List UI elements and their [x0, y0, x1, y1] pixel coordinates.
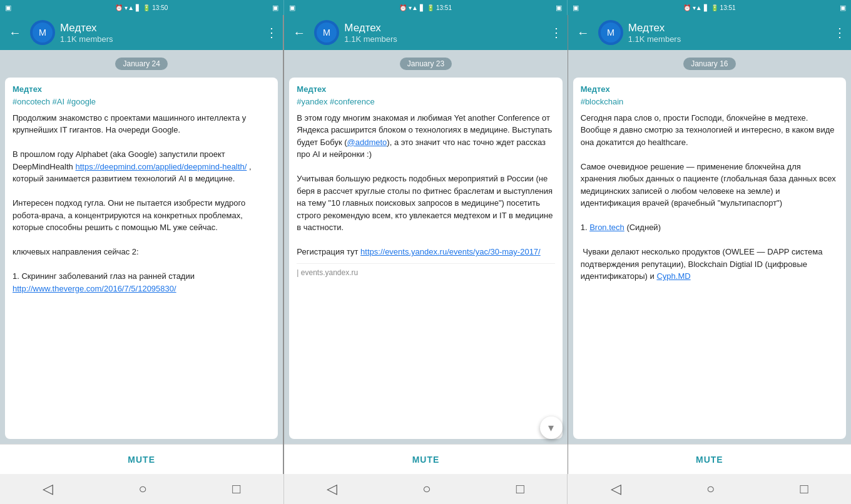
message-text-2: В этом году многим знакомая и любимая Ye… [297, 112, 554, 258]
message-card-2: Медтех #yandex #conference В этом году м… [289, 78, 562, 439]
back-button-3[interactable]: ← [573, 26, 593, 40]
chat-title-1: Медтех [60, 22, 260, 34]
app-bar-3: ← М Медтех 1.1K members ⋮ [568, 15, 851, 50]
chat-title-2: Медтех [344, 22, 544, 34]
wifi-icon-1: ▾▲ [125, 4, 134, 11]
time-2: 13:51 [436, 4, 452, 11]
app-bar-1: ← М Медтех 1.1K members ⋮ [0, 15, 283, 50]
panel-2: ← М Медтех 1.1K members ⋮ January 23 Мед… [283, 15, 568, 474]
panel-3: ← М Медтех 1.1K members ⋮ January 16 Мед… [568, 15, 851, 474]
chat-area-2: January 23 Медтех #yandex #conference В … [284, 50, 567, 444]
home-nav-icon-2[interactable]: ○ [422, 481, 431, 497]
message-link-1b[interactable]: http://www.theverge.com/2016/7/5/1209583… [13, 284, 176, 293]
mute-button-2[interactable]: MUTE [412, 455, 440, 465]
recents-nav-icon-1[interactable]: □ [232, 481, 240, 497]
recents-nav-icon-3[interactable]: □ [800, 481, 808, 497]
battery-icon-3: 🔋 [711, 4, 718, 11]
message-text-1: Продолжим знакомство с проектами машинно… [13, 112, 270, 295]
battery-icon-2: 🔋 [427, 4, 434, 11]
status-bars: ▣ ⏰ ▾▲ ▋ 🔋 13:50 ▣ ▣ ⏰ ▾▲ ▋ 🔋 13:51 ▣ ▣ … [0, 0, 851, 15]
status-icons-2: ⏰ ▾▲ ▋ 🔋 13:51 [399, 4, 452, 11]
date-badge-3: January 16 [683, 58, 735, 70]
chat-area-1: January 24 Медтех #oncotech #AI #google … [0, 50, 283, 444]
clock-icon-3: ⏰ [683, 4, 691, 11]
battery-icon-1: 🔋 [143, 4, 150, 11]
message-sender-1: Медтех [13, 84, 270, 96]
status-bar-1: ▣ ⏰ ▾▲ ▋ 🔋 13:50 ▣ [0, 0, 284, 15]
action-bar-3: MUTE [568, 444, 851, 474]
date-badge-2: January 23 [400, 58, 452, 70]
app-bar-2: ← М Медтех 1.1K members ⋮ [284, 15, 567, 50]
avatar-1: М [30, 20, 55, 45]
chat-title-3: Медтех [628, 22, 828, 34]
mute-button-3[interactable]: MUTE [696, 455, 723, 465]
back-nav-icon-2[interactable]: ◁ [327, 481, 337, 497]
avatar-2: М [314, 20, 339, 45]
message-link-1a[interactable]: https://deepmind.com/applied/deepmind-he… [75, 162, 247, 171]
brontech-link[interactable]: Bron.tech [589, 223, 624, 232]
chat-area-3: January 16 Медтех #blockchain Сегодня па… [568, 50, 851, 444]
message-link-2a[interactable]: https://events.yandex.ru/events/yac/30-m… [360, 247, 541, 256]
panel-1: ← М Медтех 1.1K members ⋮ January 24 Мед… [0, 15, 283, 474]
status-bar-2-left: ▣ [289, 4, 295, 12]
svg-text:М: М [607, 28, 614, 38]
app-bar-info-1: Медтех 1.1K members [60, 22, 260, 44]
status-bar-2-right: ▣ [556, 4, 562, 12]
nav-bar-2: ◁ ○ □ [284, 474, 568, 504]
status-bar-3-left: ▣ [573, 4, 579, 12]
mute-button-1[interactable]: MUTE [128, 455, 155, 465]
chat-subtitle-2: 1.1K members [344, 34, 544, 44]
back-button-1[interactable]: ← [5, 26, 25, 40]
link-preview-2: | events.yandex.ru [297, 263, 554, 278]
back-nav-icon-3[interactable]: ◁ [611, 481, 621, 497]
time-3: 13:51 [720, 4, 736, 11]
message-sender-3: Медтех [581, 84, 838, 96]
home-nav-icon-1[interactable]: ○ [139, 481, 147, 497]
date-badge-1: January 24 [115, 58, 167, 70]
action-bar-1: MUTE [0, 444, 283, 474]
time-1: 13:50 [152, 4, 168, 11]
wifi-icon-2: ▾▲ [409, 4, 418, 11]
avatar-3: М [598, 20, 623, 45]
nav-bars: ◁ ○ □ ◁ ○ □ ◁ ○ □ [0, 474, 851, 504]
signal-icon-1: ▋ [136, 4, 141, 11]
svg-text:М: М [39, 28, 46, 38]
panels-container: ← М Медтех 1.1K members ⋮ January 24 Мед… [0, 15, 851, 474]
link-preview-text-2: events.yandex.ru [301, 268, 358, 277]
signal-icon-3: ▋ [704, 4, 709, 11]
status-bar-3-right: ▣ [840, 4, 846, 12]
nav-bar-1: ◁ ○ □ [0, 474, 284, 504]
addmeto-link[interactable]: @addmeto [347, 138, 387, 147]
action-bar-2: MUTE [284, 444, 567, 474]
app-bar-info-2: Медтех 1.1K members [344, 22, 544, 44]
chat-subtitle-3: 1.1K members [628, 34, 828, 44]
scroll-down-btn-2[interactable]: ▾ [540, 416, 563, 439]
app-bar-info-3: Медтех 1.1K members [628, 22, 828, 44]
back-button-2[interactable]: ← [289, 26, 309, 40]
signal-icon-2: ▋ [420, 4, 425, 11]
clock-icon-1: ⏰ [115, 4, 123, 11]
message-sender-2: Медтех [297, 84, 554, 96]
message-card-3: Медтех #blockchain Сегодня пара слов о, … [573, 78, 846, 439]
status-icons-3: ⏰ ▾▲ ▋ 🔋 13:51 [683, 4, 736, 11]
message-tags-3: #blockchain [581, 96, 838, 108]
message-card-1: Медтех #oncotech #AI #google Продолжим з… [5, 78, 278, 439]
message-tags-2: #yandex #conference [297, 96, 554, 108]
more-button-3[interactable]: ⋮ [833, 25, 846, 40]
more-button-2[interactable]: ⋮ [550, 25, 563, 40]
nav-bar-3: ◁ ○ □ [568, 474, 851, 504]
status-icons-1: ⏰ ▾▲ ▋ 🔋 13:50 [115, 4, 168, 11]
status-bar-1-right: ▣ [272, 4, 278, 12]
back-nav-icon-1[interactable]: ◁ [43, 481, 53, 497]
status-bar-2: ▣ ⏰ ▾▲ ▋ 🔋 13:51 ▣ [284, 0, 568, 15]
status-bar-3: ▣ ⏰ ▾▲ ▋ 🔋 13:51 ▣ [568, 0, 851, 15]
recents-nav-icon-2[interactable]: □ [516, 481, 524, 497]
clock-icon-2: ⏰ [399, 4, 407, 11]
cyphmd-link[interactable]: Cyph.MD [656, 271, 690, 281]
status-bar-1-left: ▣ [5, 4, 11, 12]
svg-text:М: М [323, 28, 330, 38]
message-text-3: Сегодня пара слов о, прости Господи, бло… [581, 112, 838, 283]
home-nav-icon-3[interactable]: ○ [706, 481, 715, 497]
wifi-icon-3: ▾▲ [693, 4, 702, 11]
more-button-1[interactable]: ⋮ [265, 25, 278, 40]
